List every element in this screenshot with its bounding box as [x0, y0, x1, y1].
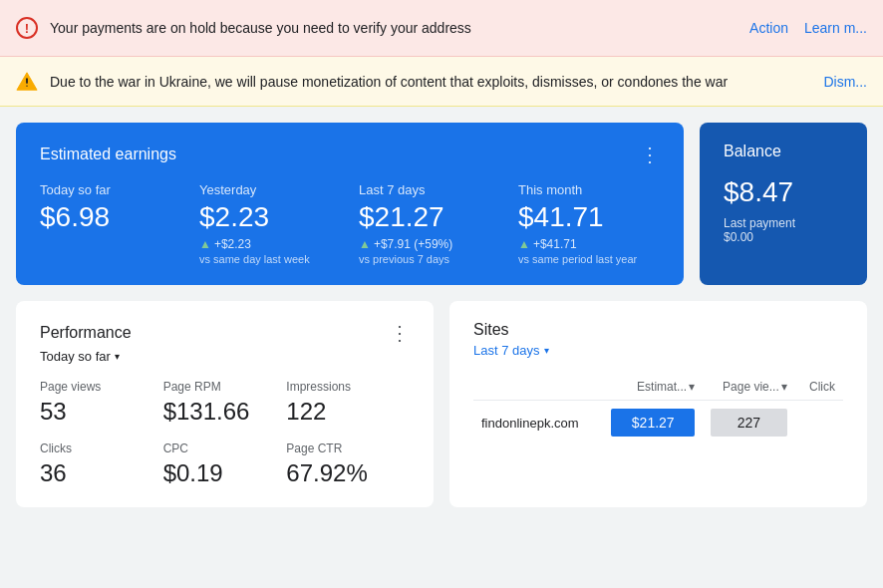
thismonth-arrow: ▲	[518, 237, 530, 251]
yesterday-vs: vs same day last week	[199, 253, 310, 265]
sites-period-arrow: ▾	[544, 345, 549, 356]
bottom-row: Performance ⋮ Today so far ▾ Page views …	[16, 301, 867, 507]
impressions-label: Impressions	[286, 380, 410, 394]
cpc-item: CPC $0.19	[163, 441, 287, 487]
page-rpm-item: Page RPM $131.66	[163, 380, 287, 426]
sites-card: Sites Last 7 days ▾ Estimat... ▾	[449, 301, 867, 507]
pageview-sort-icon: ▾	[781, 380, 787, 394]
estimated-earnings-menu[interactable]: ⋮	[640, 143, 660, 166]
balance-header: Balance	[724, 143, 843, 160]
thismonth-change-text: +$41.71	[533, 237, 577, 251]
earnings-grid: Today so far $6.98 Yesterday $2.23 ▲ +$2…	[40, 182, 660, 265]
sites-title: Sites	[473, 321, 509, 339]
page-ctr-value: 67.92%	[286, 459, 410, 487]
page-rpm-value: $131.66	[163, 398, 287, 426]
error-message: Your payments are on hold because you ne…	[50, 20, 737, 36]
yesterday-change-text: +$2.23	[214, 237, 251, 251]
page-views-label: Page views	[40, 380, 163, 394]
yesterday-earnings: Yesterday $2.23 ▲ +$2.23 vs same day las…	[199, 182, 319, 265]
main-content: Estimated earnings ⋮ Today so far $6.98 …	[0, 107, 883, 523]
sites-period[interactable]: Last 7 days ▾	[473, 343, 843, 358]
error-alert: ! Your payments are on hold because you …	[0, 0, 883, 57]
sites-table-body: findonlinepk.com $21.27 227	[473, 401, 843, 445]
error-icon: !	[16, 17, 38, 39]
site-name: findonlinepk.com	[473, 401, 603, 445]
page-views-value: 53	[40, 398, 163, 426]
yesterday-change: ▲ +$2.23 vs same day last week	[199, 237, 319, 265]
today-label: Today so far	[40, 182, 159, 197]
impressions-value: 122	[286, 398, 410, 426]
estimat-sort-icon: ▾	[689, 380, 695, 394]
last7-change: ▲ +$7.91 (+59%) vs previous 7 days	[359, 237, 478, 265]
today-earnings: Today so far $6.98	[40, 182, 159, 265]
clicks-item: Clicks 36	[40, 441, 163, 487]
click-value	[795, 401, 843, 445]
action-link[interactable]: Action	[749, 20, 788, 36]
thismonth-vs: vs same period last year	[518, 253, 637, 265]
page-rpm-label: Page RPM	[163, 380, 287, 394]
period-selector[interactable]: Today so far ▾	[40, 349, 410, 364]
sites-header: Sites	[473, 321, 843, 339]
thismonth-change: ▲ +$41.71 vs same period last year	[518, 237, 638, 265]
perf-header: Performance ⋮	[40, 321, 410, 345]
sites-period-label: Last 7 days	[473, 343, 540, 358]
col-click: Click	[795, 374, 843, 401]
last7-label: Last 7 days	[359, 182, 478, 197]
warning-icon	[16, 71, 38, 93]
perf-title: Performance	[40, 324, 132, 342]
page-views-item: Page views 53	[40, 380, 163, 426]
pageview-value: 227	[703, 401, 795, 445]
col-pageview: Page vie... ▾	[703, 374, 795, 401]
last-payment-label: Last payment	[724, 216, 795, 230]
col-site	[473, 374, 603, 401]
sites-table-head: Estimat... ▾ Page vie... ▾ Click	[473, 374, 843, 401]
period-label: Today so far	[40, 349, 111, 364]
svg-point-0	[26, 85, 27, 86]
estimat-value: $21.27	[603, 401, 703, 445]
clicks-label: Clicks	[40, 441, 163, 455]
balance-value: $8.47	[724, 176, 843, 208]
yesterday-arrow: ▲	[199, 237, 211, 251]
dismiss-link[interactable]: Dism...	[823, 74, 867, 90]
thismonth-value: $41.71	[518, 201, 638, 233]
thismonth-earnings: This month $41.71 ▲ +$41.71 vs same peri…	[518, 182, 638, 265]
yesterday-label: Yesterday	[199, 182, 319, 197]
clicks-value: 36	[40, 459, 163, 487]
cpc-value: $0.19	[163, 459, 287, 487]
earnings-row: Estimated earnings ⋮ Today so far $6.98 …	[16, 123, 867, 285]
last-payment: Last payment $0.00	[724, 216, 843, 244]
perf-menu[interactable]: ⋮	[390, 321, 410, 345]
thismonth-label: This month	[518, 182, 638, 197]
last7-earnings: Last 7 days $21.27 ▲ +$7.91 (+59%) vs pr…	[359, 182, 478, 265]
impressions-item: Impressions 122	[286, 380, 410, 426]
yesterday-value: $2.23	[199, 201, 319, 233]
balance-card: Balance $8.47 Last payment $0.00	[700, 123, 867, 285]
page-ctr-label: Page CTR	[286, 441, 410, 455]
last7-change-text: +$7.91 (+59%)	[374, 237, 452, 251]
estimated-earnings-title: Estimated earnings	[40, 146, 176, 163]
col-estimat: Estimat... ▾	[603, 374, 703, 401]
card-header: Estimated earnings ⋮	[40, 143, 660, 166]
table-row: findonlinepk.com $21.27 227	[473, 401, 843, 445]
performance-card: Performance ⋮ Today so far ▾ Page views …	[16, 301, 434, 507]
learn-more-link[interactable]: Learn m...	[804, 20, 867, 36]
estimated-earnings-card: Estimated earnings ⋮ Today so far $6.98 …	[16, 123, 684, 285]
cpc-label: CPC	[163, 441, 287, 455]
error-actions: Action Learn m...	[749, 20, 867, 36]
period-dropdown-arrow: ▾	[115, 351, 120, 362]
last7-arrow: ▲	[359, 237, 371, 251]
last7-value: $21.27	[359, 201, 478, 233]
balance-title: Balance	[724, 143, 781, 160]
today-value: $6.98	[40, 201, 159, 233]
page-ctr-item: Page CTR 67.92%	[286, 441, 410, 487]
last7-vs: vs previous 7 days	[359, 253, 449, 265]
warning-message: Due to the war in Ukraine, we will pause…	[50, 74, 811, 90]
perf-grid: Page views 53 Page RPM $131.66 Impressio…	[40, 380, 410, 487]
warning-alert: Due to the war in Ukraine, we will pause…	[0, 57, 883, 107]
last-payment-value: $0.00	[724, 230, 753, 244]
sites-table: Estimat... ▾ Page vie... ▾ Click	[473, 374, 843, 444]
